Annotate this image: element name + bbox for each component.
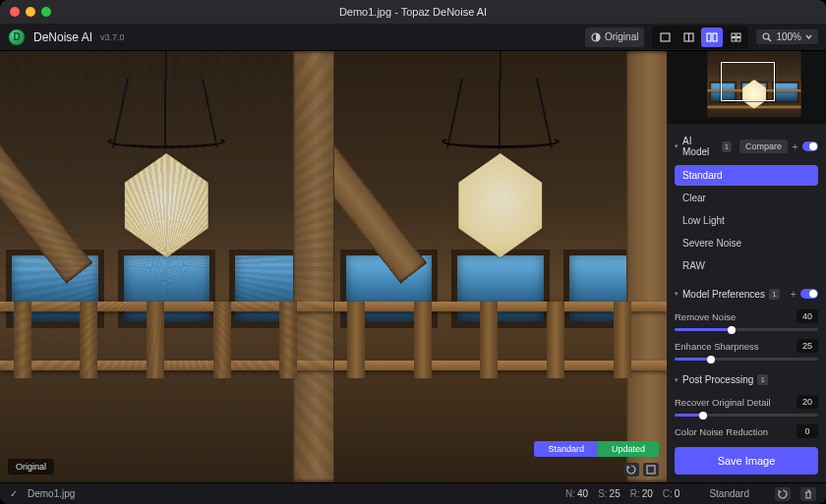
color-noise-reduction-slider: Color Noise Reduction0 bbox=[675, 424, 818, 439]
settings-sidebar: ▾ AI Model 1 Compare + StandardClearLow … bbox=[667, 51, 826, 482]
viewer-pane-left: Original bbox=[0, 51, 333, 482]
model-option-severe-noise[interactable]: Severe Noise bbox=[675, 233, 818, 253]
view-mode-group bbox=[652, 26, 748, 49]
plus-icon[interactable]: + bbox=[791, 288, 796, 300]
app-window: Demo1.jpg - Topaz DeNoise AI D DeNoise A… bbox=[0, 0, 826, 504]
navigator-thumbnail bbox=[687, 57, 805, 118]
model-option-low-light[interactable]: Low Light bbox=[675, 210, 818, 231]
chevron-down-icon: ▾ bbox=[675, 142, 678, 150]
section-model-preferences[interactable]: ▾ Model Preferences 1 + bbox=[675, 282, 818, 306]
svg-point-10 bbox=[763, 33, 769, 39]
color-noise-reduction-slider-value[interactable]: 0 bbox=[796, 424, 818, 438]
maximize-window-button[interactable] bbox=[41, 7, 51, 17]
recover-original-detail-slider-thumb[interactable] bbox=[699, 412, 707, 420]
metric-c: C:0 bbox=[663, 488, 680, 499]
plus-icon[interactable]: + bbox=[792, 140, 797, 152]
remove-noise-slider-value[interactable]: 40 bbox=[796, 309, 818, 323]
model-list: StandardClearLow LightSevere NoiseRAW bbox=[675, 165, 818, 276]
svg-rect-5 bbox=[713, 33, 717, 41]
minimize-window-button[interactable] bbox=[26, 7, 35, 17]
svg-line-11 bbox=[769, 38, 772, 41]
processed-image bbox=[334, 51, 668, 482]
single-view-icon bbox=[660, 32, 671, 42]
recover-original-detail-slider-value[interactable]: 20 bbox=[796, 395, 818, 409]
sidebyside-view-icon bbox=[706, 32, 718, 42]
navigator-viewport-rect[interactable] bbox=[721, 62, 775, 101]
cycle-view-icon[interactable] bbox=[623, 463, 639, 476]
ai-model-count: 1 bbox=[722, 141, 732, 152]
section-ai-model[interactable]: ▾ AI Model 1 Compare + bbox=[675, 130, 818, 163]
enhance-sharpness-slider: Enhance Sharpness25 bbox=[675, 339, 818, 361]
circle-half-icon bbox=[591, 32, 601, 42]
save-area: Save Image bbox=[667, 439, 826, 482]
view-split-button[interactable] bbox=[678, 28, 699, 47]
chevron-down-icon bbox=[805, 34, 812, 39]
statusbar: ✓ Demo1.jpg N:40 S:25 R:20 C:0 Standard bbox=[0, 482, 826, 504]
magnifier-icon bbox=[762, 32, 772, 42]
statusbar-model: Standard bbox=[709, 488, 749, 499]
metric-r: R:20 bbox=[630, 488, 653, 499]
app-logo-icon: D bbox=[8, 28, 26, 46]
recover-original-detail-slider-label: Recover Original Detail bbox=[675, 397, 771, 408]
check-icon: ✓ bbox=[10, 488, 18, 499]
remove-noise-slider-track[interactable] bbox=[675, 328, 818, 331]
section-post-processing[interactable]: ▾ Post Processing 1 bbox=[675, 368, 818, 391]
expand-view-icon[interactable] bbox=[643, 463, 659, 476]
model-prefs-toggle[interactable] bbox=[800, 289, 818, 299]
statusbar-filename[interactable]: Demo1.jpg bbox=[28, 488, 75, 499]
revert-icon[interactable] bbox=[775, 487, 791, 501]
model-option-raw[interactable]: RAW bbox=[675, 255, 818, 276]
view-single-button[interactable] bbox=[654, 28, 676, 47]
close-window-button[interactable] bbox=[10, 7, 20, 17]
model-option-standard[interactable]: Standard bbox=[675, 165, 818, 186]
original-button-label: Original bbox=[605, 31, 638, 42]
post-processing-label: Post Processing bbox=[682, 374, 753, 385]
enhance-sharpness-slider-value[interactable]: 25 bbox=[796, 339, 818, 353]
zoom-control[interactable]: 100% bbox=[756, 29, 818, 44]
chevron-down-icon: ▾ bbox=[675, 290, 678, 298]
svg-rect-9 bbox=[737, 37, 740, 41]
svg-rect-1 bbox=[661, 33, 670, 41]
chevron-down-icon: ▾ bbox=[675, 376, 678, 384]
remove-noise-slider-thumb[interactable] bbox=[728, 326, 736, 334]
compare-badge: Standard Updated bbox=[534, 441, 659, 457]
image-viewer[interactable]: Original Standard Updated bbox=[0, 51, 667, 482]
model-prefs-count: 1 bbox=[769, 289, 780, 300]
viewer-pane-right: Standard Updated bbox=[333, 51, 668, 482]
save-image-button[interactable]: Save Image bbox=[675, 447, 818, 475]
original-badge: Original bbox=[8, 459, 54, 475]
grid-view-icon bbox=[731, 32, 741, 42]
window-title: Demo1.jpg - Topaz DeNoise AI bbox=[0, 6, 826, 18]
view-grid-button[interactable] bbox=[725, 28, 746, 47]
color-noise-reduction-slider-label: Color Noise Reduction bbox=[675, 426, 768, 437]
ai-model-toggle[interactable] bbox=[802, 141, 818, 151]
zoom-value: 100% bbox=[776, 31, 801, 42]
remove-noise-slider-label: Remove Noise bbox=[675, 311, 736, 322]
app-name-label: DeNoise AI bbox=[33, 30, 92, 44]
view-sidebyside-button[interactable] bbox=[701, 28, 723, 47]
enhance-sharpness-slider-label: Enhance Sharpness bbox=[675, 341, 759, 352]
metric-s: S:25 bbox=[598, 488, 620, 499]
view-original-button[interactable]: Original bbox=[585, 28, 644, 47]
recover-original-detail-slider-track[interactable] bbox=[675, 414, 818, 417]
svg-rect-6 bbox=[732, 33, 736, 37]
enhance-sharpness-slider-track[interactable] bbox=[675, 358, 818, 361]
svg-rect-4 bbox=[707, 33, 711, 41]
pane-action-icons bbox=[623, 463, 659, 476]
compare-badge-right: Updated bbox=[598, 441, 659, 457]
split-view-icon bbox=[683, 32, 694, 42]
compare-button[interactable]: Compare bbox=[739, 140, 788, 153]
app-toolbar: D DeNoise AI v3.7.0 Original 100% bbox=[0, 24, 826, 51]
svg-rect-8 bbox=[732, 37, 736, 41]
original-image bbox=[0, 51, 333, 482]
app-body: Original Standard Updated bbox=[0, 51, 826, 482]
delete-icon[interactable] bbox=[800, 487, 816, 501]
compare-badge-left: Standard bbox=[534, 441, 598, 457]
enhance-sharpness-slider-thumb[interactable] bbox=[707, 356, 715, 364]
navigator-panel[interactable] bbox=[667, 51, 826, 124]
remove-noise-slider: Remove Noise40 bbox=[675, 309, 818, 331]
model-option-clear[interactable]: Clear bbox=[675, 188, 818, 208]
titlebar: Demo1.jpg - Topaz DeNoise AI bbox=[0, 0, 826, 24]
traffic-lights bbox=[10, 7, 51, 17]
post-processing-count: 1 bbox=[757, 374, 768, 385]
